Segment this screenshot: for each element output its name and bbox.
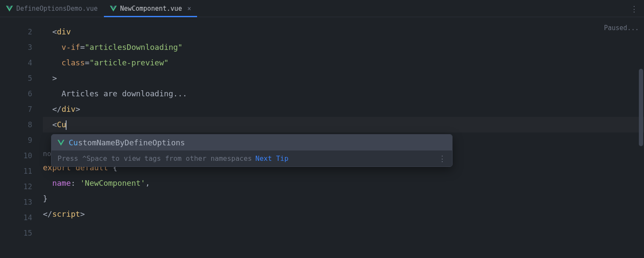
line-number: 15 [0, 225, 32, 241]
completion-popup: CustomNameByDefineOptions Press ^Space t… [51, 134, 453, 167]
code-line: Articles are downloading... [43, 86, 644, 101]
code-line: } [43, 191, 644, 206]
completion-text: CustomNameByDefineOptions [69, 138, 185, 147]
line-number: 9 [0, 132, 32, 148]
line-number-gutter: 2 3 4 5 6 7 8 9 10 11 12 13 14 15 [0, 17, 43, 258]
line-number: 8 [0, 117, 32, 132]
line-number: 7 [0, 101, 32, 117]
code-line: v-if="articlesDownloading" [43, 40, 644, 55]
vue-icon [6, 6, 13, 12]
code-line-current: <Cu [43, 117, 644, 132]
tab-define-options[interactable]: DefineOptionsDemo.vue [0, 0, 104, 17]
completion-menu-icon[interactable]: ⋮ [438, 154, 446, 163]
completion-hint: Press ^Space to view tags from other nam… [58, 154, 289, 163]
line-number: 13 [0, 194, 32, 210]
tab-new-component[interactable]: NewComponent.vue × [104, 0, 197, 17]
tab-menu-icon[interactable]: ⋮ [629, 2, 640, 15]
line-number: 11 [0, 163, 32, 179]
close-icon[interactable]: × [187, 5, 191, 12]
line-number: 5 [0, 71, 32, 86]
line-number: 4 [0, 55, 32, 71]
line-number: 3 [0, 40, 32, 55]
text-cursor [66, 120, 67, 130]
code-line: <div [43, 24, 644, 40]
vue-icon [58, 140, 64, 146]
next-tip-link[interactable]: Next Tip [255, 154, 289, 163]
vue-icon [110, 6, 117, 12]
line-number: 10 [0, 148, 32, 163]
line-number: 14 [0, 210, 32, 225]
code-line: name: 'NewComponent', [43, 175, 644, 191]
tab-bar: DefineOptionsDemo.vue NewComponent.vue ×… [0, 0, 644, 17]
scrollbar[interactable] [639, 69, 643, 146]
code-line: > [43, 71, 644, 86]
tab-label: NewComponent.vue [120, 5, 182, 12]
completion-item[interactable]: CustomNameByDefineOptions [52, 135, 452, 150]
code-line: </div> [43, 101, 644, 117]
completion-footer: Press ^Space to view tags from other nam… [52, 150, 452, 166]
line-number: 12 [0, 179, 32, 194]
code-line: </script> [43, 206, 644, 222]
line-number: 2 [0, 24, 32, 40]
tab-label: DefineOptionsDemo.vue [16, 5, 98, 12]
code-line [43, 222, 644, 237]
paused-status: Paused... [604, 24, 639, 32]
code-line: class="article-preview" [43, 55, 644, 71]
line-number: 6 [0, 86, 32, 101]
